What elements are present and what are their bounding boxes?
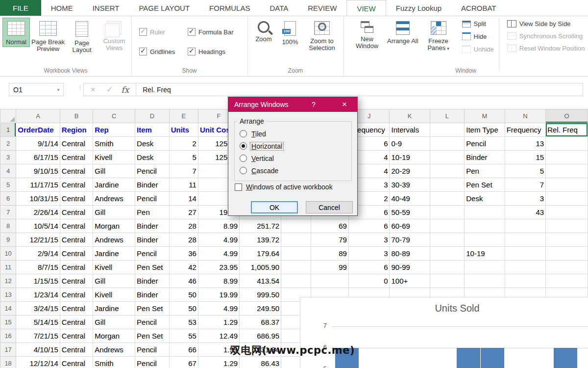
cell-j11[interactable]: 6: [348, 261, 390, 274]
select-all-corner[interactable]: [0, 109, 16, 123]
cell-n5[interactable]: 7: [505, 178, 546, 192]
button-page-break-preview[interactable]: Page Break Preview: [29, 18, 67, 53]
cell-o4[interactable]: [546, 164, 588, 178]
cell-b12[interactable]: Central: [60, 274, 93, 288]
cell-e3[interactable]: 5: [169, 151, 198, 164]
cell-o5[interactable]: [546, 178, 588, 192]
cell-m6[interactable]: Desk: [465, 192, 505, 206]
row-header-13[interactable]: 13: [0, 288, 16, 302]
cell-n7[interactable]: 43: [505, 206, 546, 219]
cell-b4[interactable]: Central: [60, 164, 93, 178]
cell-f14[interactable]: 4.99: [198, 302, 239, 315]
checkbox-ruler[interactable]: Ruler: [139, 28, 188, 36]
cell-m10[interactable]: 10-19: [465, 247, 505, 261]
cell-k11[interactable]: 90-99: [390, 261, 430, 274]
cell-h11[interactable]: [281, 261, 311, 274]
cell-c11[interactable]: Kivell: [93, 261, 135, 274]
cell-b8[interactable]: Central: [60, 219, 93, 233]
row-header-7[interactable]: 7: [0, 206, 16, 219]
cell-b15[interactable]: Central: [60, 315, 93, 329]
dialog-help-button[interactable]: ?: [307, 97, 320, 112]
cell-g13[interactable]: 999.50: [240, 288, 281, 302]
cell-e5[interactable]: 11: [169, 178, 198, 192]
col-header-m[interactable]: M: [465, 109, 505, 123]
row-header-18[interactable]: 18: [0, 357, 16, 368]
cell-a15[interactable]: 5/14/15: [16, 315, 60, 329]
cell-e17[interactable]: 66: [169, 343, 198, 357]
cell-j8[interactable]: 6: [348, 219, 390, 233]
cell-g9[interactable]: 139.72: [240, 233, 281, 247]
insert-function-icon[interactable]: fx: [121, 85, 129, 95]
cell-d9[interactable]: Binder: [135, 233, 170, 247]
cell-j10[interactable]: 3: [348, 247, 390, 261]
cell-d16[interactable]: Pen Set: [135, 329, 170, 343]
cell-g8[interactable]: 251.72: [240, 219, 281, 233]
cell-a13[interactable]: 1/23/14: [16, 288, 60, 302]
cell-e15[interactable]: 53: [169, 315, 198, 329]
cell-k4[interactable]: 20-29: [390, 164, 430, 178]
cell-n4[interactable]: 5: [505, 164, 546, 178]
cell-b11[interactable]: Central: [60, 261, 93, 274]
row-header-2[interactable]: 2: [0, 137, 16, 151]
cell-d11[interactable]: Pen Set: [135, 261, 170, 274]
cell-d10[interactable]: Pencil: [135, 247, 170, 261]
cell-n6[interactable]: 3: [505, 192, 546, 206]
cell-a6[interactable]: 10/31/15: [16, 192, 60, 206]
cell-f9[interactable]: 4.99: [198, 233, 239, 247]
cell-a4[interactable]: 9/10/15: [16, 164, 60, 178]
col-header-a[interactable]: A: [16, 109, 60, 123]
cell-n2[interactable]: 13: [505, 137, 546, 151]
col-header-c[interactable]: C: [93, 109, 135, 123]
cell-a8[interactable]: 10/5/14: [16, 219, 60, 233]
cell-i11[interactable]: 99: [311, 261, 348, 274]
cell-h8[interactable]: [281, 219, 311, 233]
ok-button[interactable]: OK: [251, 201, 298, 213]
cell-h9[interactable]: [281, 233, 311, 247]
cell-i8[interactable]: 69: [311, 219, 348, 233]
cell-o3[interactable]: [546, 151, 588, 164]
cell-d5[interactable]: Binder: [135, 178, 170, 192]
cell-f15[interactable]: 1.29: [198, 315, 239, 329]
cell-k2[interactable]: 0-9: [390, 137, 430, 151]
cell-e16[interactable]: 55: [169, 329, 198, 343]
cell-l1[interactable]: [430, 123, 465, 137]
formula-content[interactable]: Rel. Freq: [143, 86, 171, 94]
cell-n12[interactable]: [505, 274, 546, 288]
cell-g16[interactable]: 686.95: [240, 329, 281, 343]
cell-a2[interactable]: 9/1/14: [16, 137, 60, 151]
button-page-layout[interactable]: Page Layout: [67, 18, 97, 54]
row-header-16[interactable]: 16: [0, 329, 16, 343]
cell-n3[interactable]: 15: [505, 151, 546, 164]
cell-o2[interactable]: [546, 137, 588, 151]
tab-file[interactable]: FILE: [0, 0, 41, 16]
row-header-6[interactable]: 6: [0, 192, 16, 206]
row-header-15[interactable]: 15: [0, 315, 16, 329]
cell-m5[interactable]: Pen Set: [465, 178, 505, 192]
cell-b13[interactable]: Central: [60, 288, 93, 302]
cell-c1[interactable]: Rep: [93, 123, 135, 137]
row-header-3[interactable]: 3: [0, 151, 16, 164]
cell-d14[interactable]: Pen Set: [135, 302, 170, 315]
enter-icon[interactable]: ✓: [106, 85, 113, 94]
cell-k7[interactable]: 50-59: [390, 206, 430, 219]
tab-review[interactable]: REVIEW: [298, 0, 346, 16]
cell-e11[interactable]: 42: [169, 261, 198, 274]
col-header-k[interactable]: K: [390, 109, 430, 123]
col-header-l[interactable]: L: [430, 109, 465, 123]
button-new-window[interactable]: New Window: [348, 18, 386, 51]
cell-a3[interactable]: 6/17/15: [16, 151, 60, 164]
tab-insert[interactable]: INSERT: [83, 0, 129, 16]
cell-k5[interactable]: 30-39: [390, 178, 430, 192]
cell-d3[interactable]: Desk: [135, 151, 170, 164]
cell-a12[interactable]: 1/15/15: [16, 274, 60, 288]
button-100[interactable]: 100%: [277, 18, 303, 47]
cell-d18[interactable]: Pencil: [135, 357, 170, 368]
cell-a1[interactable]: OrderDate: [16, 123, 60, 137]
cell-b1[interactable]: Region: [60, 123, 93, 137]
cell-c3[interactable]: Kivell: [93, 151, 135, 164]
cell-a9[interactable]: 12/21/15: [16, 233, 60, 247]
cell-g15[interactable]: 68.37: [240, 315, 281, 329]
button-freeze-panes[interactable]: Freeze Panes▾: [420, 18, 457, 53]
cell-f12[interactable]: 8.99: [198, 274, 239, 288]
cell-l7[interactable]: [430, 206, 465, 219]
